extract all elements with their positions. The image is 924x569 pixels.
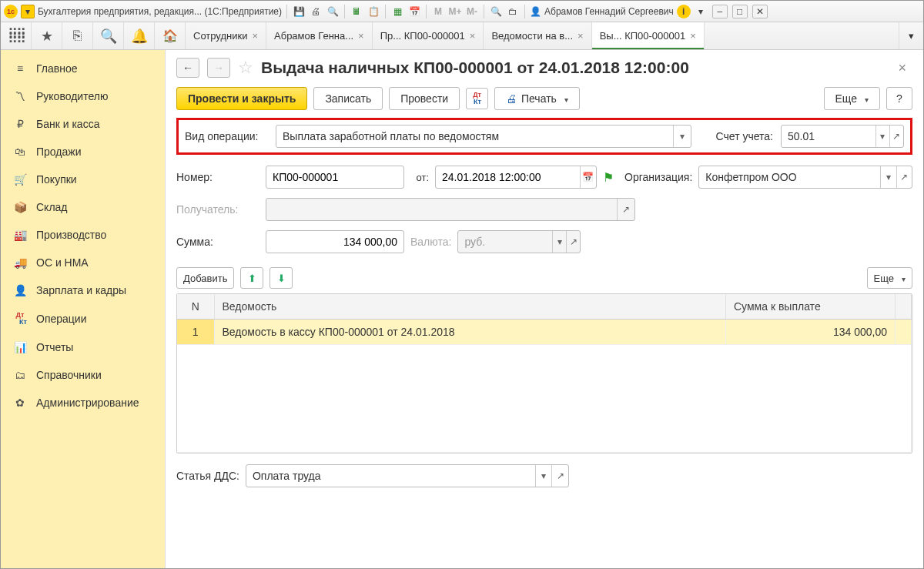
post-button[interactable]: Провести <box>389 87 460 110</box>
dropdown-icon[interactable]: ▾ <box>875 126 889 147</box>
m-icon[interactable]: M <box>431 5 445 18</box>
sidebar-item-purchases[interactable]: 🛒Покупки <box>1 166 165 193</box>
move-down-button[interactable]: ⬇ <box>270 267 293 289</box>
window-minimize-button[interactable]: – <box>712 5 728 18</box>
home-icon[interactable]: 🏠 <box>155 22 186 49</box>
box-icon: 📦 <box>13 201 27 213</box>
table-toolbar: Добавить ⬆ ⬇ Еще <box>166 263 923 293</box>
save-icon[interactable]: 💾 <box>292 5 306 18</box>
col-n[interactable]: N <box>177 294 214 320</box>
move-up-button[interactable]: ⬆ <box>240 267 263 289</box>
currency-select: руб. ▾ ↗ <box>457 230 581 253</box>
add-row-button[interactable]: Добавить <box>176 267 234 289</box>
bell-icon[interactable]: 🔔 <box>124 22 155 49</box>
close-icon[interactable]: × <box>358 30 364 42</box>
sidebar-item-main[interactable]: ≡Главное <box>1 55 165 82</box>
search-nav-icon[interactable]: 🔍 <box>93 22 124 49</box>
sidebar-item-reports[interactable]: 📊Отчеты <box>1 333 165 361</box>
m-plus-icon[interactable]: M+ <box>448 5 462 18</box>
sidebar-item-manager[interactable]: 〽Руководителю <box>1 82 165 110</box>
sidebar-item-label: Справочники <box>36 369 102 381</box>
number-input[interactable] <box>266 166 404 189</box>
favorite-star-icon[interactable]: ★ <box>32 22 62 49</box>
window-maximize-button[interactable]: □ <box>732 5 748 18</box>
calc-icon[interactable]: 🖩 <box>350 5 363 18</box>
calendar-icon[interactable]: 📅 <box>580 166 596 188</box>
status-ok-icon[interactable]: ⚑ <box>603 170 614 185</box>
favorite-star-icon[interactable]: ☆ <box>238 58 253 78</box>
tab-vedomosti[interactable]: Ведомости на в...× <box>484 22 591 49</box>
date-field[interactable] <box>436 166 580 188</box>
col-sum[interactable]: Сумма к выплате <box>726 294 896 320</box>
date-input[interactable]: 📅 <box>435 166 597 189</box>
table-row[interactable]: 1 Ведомость в кассу КП00-000001 от 24.01… <box>177 320 912 345</box>
info-icon[interactable]: i <box>677 5 691 18</box>
tab-employees[interactable]: Сотрудники× <box>186 22 266 49</box>
sidebar-item-assets[interactable]: 🚚ОС и НМА <box>1 249 165 276</box>
clipboard-icon[interactable]: 📋 <box>367 5 380 18</box>
preview-icon[interactable]: 🔍 <box>326 5 340 18</box>
number-field[interactable] <box>266 166 403 188</box>
apps-grid-icon[interactable]: ⠿⠿⠿⠿ <box>1 22 32 49</box>
save-button[interactable]: Записать <box>313 87 383 110</box>
m-minus-icon[interactable]: M- <box>465 5 479 18</box>
dropdown-icon[interactable]: ▾ <box>673 126 691 147</box>
print-icon[interactable]: 🖨 <box>309 5 323 18</box>
close-icon[interactable]: × <box>252 30 258 42</box>
account-select[interactable]: 50.01 ▾ ↗ <box>781 125 904 148</box>
sidebar-item-hr[interactable]: 👤Зарплата и кадры <box>1 276 165 304</box>
tab-abramov[interactable]: Абрамов Генна...× <box>266 22 373 49</box>
post-and-close-button[interactable]: Провести и закрыть <box>176 87 307 110</box>
open-icon[interactable]: ↗ <box>551 465 568 487</box>
sidebar-item-production[interactable]: 🏭Производство <box>1 221 165 249</box>
dtkt-button[interactable]: ДтКт <box>466 88 488 109</box>
operation-type-row-highlighted: Вид операции: Выплата заработной платы п… <box>176 118 912 155</box>
table-more-button[interactable]: Еще <box>867 267 912 289</box>
zoom-icon[interactable]: 🔍 <box>489 5 503 18</box>
info-dropdown-icon[interactable]: ▾ <box>694 5 708 18</box>
help-button[interactable]: ? <box>886 87 912 110</box>
sidebar-item-operations[interactable]: ДтКтОперации <box>1 304 165 333</box>
open-icon[interactable]: ↗ <box>896 166 912 188</box>
sidebar-item-bank[interactable]: ₽Банк и касса <box>1 110 165 138</box>
calendar-icon[interactable]: 📅 <box>407 5 421 18</box>
sidebar-item-label: Руководителю <box>36 90 108 102</box>
dropdown-icon[interactable]: ▾ <box>21 5 35 18</box>
org-select[interactable]: Конфетпром ООО ▾ ↗ <box>698 166 912 189</box>
print-button[interactable]: 🖨Печать <box>494 87 580 110</box>
close-icon[interactable]: × <box>470 30 476 42</box>
sidebar-item-sales[interactable]: 🛍Продажи <box>1 138 165 166</box>
clipboard-nav-icon[interactable]: ⎘ <box>62 22 93 49</box>
sum-field[interactable] <box>266 231 403 253</box>
nav-back-button[interactable]: ← <box>176 58 199 78</box>
titlebar: 1c ▾ Бухгалтерия предприятия, редакция..… <box>1 1 923 22</box>
sidebar-item-admin[interactable]: ✿Администрирование <box>1 389 165 417</box>
more-button[interactable]: Еще <box>824 87 881 110</box>
dropdown-icon[interactable]: ▾ <box>535 465 552 487</box>
sidebar-item-label: Производство <box>36 229 106 241</box>
close-icon[interactable]: × <box>690 30 696 42</box>
window-close-button[interactable]: ✕ <box>752 5 768 18</box>
sum-input[interactable] <box>266 230 404 253</box>
table-icon[interactable]: ▦ <box>390 5 404 18</box>
user-info[interactable]: 👤 Абрамов Геннадий Сергеевич <box>530 6 674 17</box>
document-close-button[interactable]: × <box>892 60 912 76</box>
tabs-overflow-icon[interactable]: ▾ <box>899 22 923 49</box>
close-icon[interactable]: × <box>578 30 584 42</box>
operation-type-value: Выплата заработной платы по ведомостям <box>276 126 673 147</box>
document-title: Выдача наличных КП00-000001 от 24.01.201… <box>261 59 884 77</box>
operation-type-select[interactable]: Выплата заработной платы по ведомостям ▾ <box>276 125 691 148</box>
dds-select[interactable]: Оплата труда ▾ ↗ <box>246 464 569 487</box>
factory-icon: 🏭 <box>13 229 27 241</box>
sidebar-item-warehouse[interactable]: 📦Склад <box>1 193 165 221</box>
sidebar-item-catalogs[interactable]: 🗂Справочники <box>1 361 165 389</box>
open-icon[interactable]: ↗ <box>889 126 903 147</box>
dropdown-icon[interactable]: ▾ <box>880 166 896 188</box>
folder-icon[interactable]: 🗀 <box>506 5 520 18</box>
bottom-row: Статья ДДС: Оплата труда ▾ ↗ <box>166 454 923 498</box>
col-vedomost[interactable]: Ведомость <box>214 294 726 320</box>
nav-forward-button[interactable]: → <box>207 58 230 78</box>
tab-pr-kp00[interactable]: Пр... КП00-000001× <box>373 22 484 49</box>
document-tabs: Сотрудники× Абрамов Генна...× Пр... КП00… <box>186 22 899 49</box>
tab-vydacha[interactable]: Вы... КП00-000001× <box>592 22 705 49</box>
